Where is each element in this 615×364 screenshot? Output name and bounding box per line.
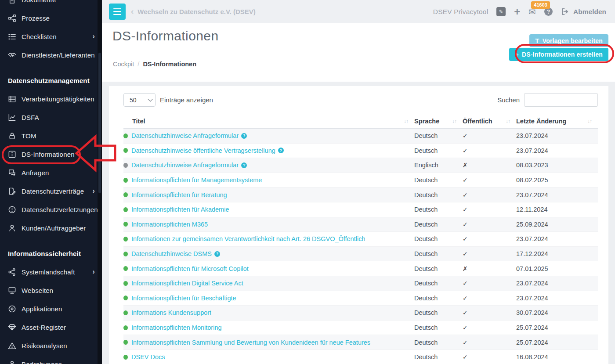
row-title-link[interactable]: Informationspflichten M365 xyxy=(131,221,208,228)
last-modified-cell: 16.08.2024 xyxy=(516,353,598,360)
row-title-link[interactable]: Informationspflichten für Beratung xyxy=(131,191,227,198)
sidebar-item-dsfa[interactable]: DSFA xyxy=(0,108,102,126)
language-cell: Deutsch xyxy=(414,295,463,302)
page-title: DS-Informationen xyxy=(112,29,219,43)
help-icon[interactable]: ? xyxy=(214,251,220,257)
sidebar-scrollbar[interactable] xyxy=(98,0,102,364)
notification-badge: 41603 xyxy=(531,1,550,9)
text-icon: T xyxy=(535,37,539,44)
row-title-link[interactable]: Informations Kundensupport xyxy=(131,309,211,316)
sidebar-item-tom[interactable]: TOM xyxy=(0,126,102,145)
row-title-link[interactable]: Informationspflichten Sammlung und Bewer… xyxy=(131,339,370,346)
status-dot-green xyxy=(123,207,128,212)
topbar-actions: DSEV Privacytool ✎ + ✉ 41603 ? Abmelden xyxy=(433,0,606,23)
create-ds-information-button[interactable]: + DS-Informationen erstellen xyxy=(509,48,608,61)
row-title-link[interactable]: Datenschutzhinweise Anfrageformular xyxy=(131,162,239,169)
last-modified-cell: 08.03.2023 xyxy=(516,162,598,169)
chevron-right-icon: › xyxy=(92,268,95,276)
chevron-right-icon: › xyxy=(92,187,95,195)
public-check-icon: ✓ xyxy=(463,339,516,346)
table-row: Datenschutzhinweise öffentliche Vertrags… xyxy=(123,144,598,159)
column-label: Titel xyxy=(132,118,145,125)
sidebar-item-label: DSFA xyxy=(22,114,39,121)
table-header: Titel↓↑Sprache↓↑Öffentlich↓↑Letzte Änder… xyxy=(123,114,598,129)
row-title-link[interactable]: Informationspflichten für Akademie xyxy=(131,206,229,213)
sidebar-item-label: Checklisten xyxy=(22,33,57,40)
public-cross-icon: ✗ xyxy=(463,162,516,169)
public-check-icon: ✓ xyxy=(463,309,516,316)
sidebar-item-label: Bedrohungen xyxy=(22,360,62,364)
breadcrumb: Cockpit / DS-Informationen xyxy=(113,61,196,68)
breadcrumb-cockpit[interactable]: Cockpit xyxy=(113,61,134,68)
sidebar-item-prozesse[interactable]: Prozesse xyxy=(0,9,102,27)
sidebar-item-systemlandschaft[interactable]: Systemlandschaft› xyxy=(0,263,102,281)
edit-icon[interactable]: ✎ xyxy=(496,7,506,16)
page-length-label: Einträge anzeigen xyxy=(160,96,213,104)
row-title-link[interactable]: Informationspflichten für Beschäftigte xyxy=(131,295,236,302)
row-title-link[interactable]: Datenschutzhinweise Anfrageformular xyxy=(131,132,239,139)
public-check-icon: ✓ xyxy=(463,295,516,302)
status-dot-green xyxy=(123,237,128,241)
sidebar-item-label: Risikoanalysen xyxy=(22,342,67,350)
column-header-sprache[interactable]: Sprache↓↑ xyxy=(414,118,463,125)
row-title-link[interactable]: DSEV Docs xyxy=(131,353,165,360)
sidebar-scrollbar-thumb[interactable] xyxy=(98,53,101,193)
sort-icon: ↓↑ xyxy=(506,118,510,124)
row-title-link[interactable]: Datenschutzhinweise öffentliche Vertrags… xyxy=(131,147,275,154)
column-label: Letzte Änderung xyxy=(516,118,566,125)
sidebar-item-checklisten[interactable]: Checklisten› xyxy=(0,27,102,46)
app-name: DSEV Privacytool xyxy=(433,8,488,16)
status-dot-green xyxy=(123,178,128,183)
logout-button[interactable]: Abmelden xyxy=(561,7,606,16)
sidebar-item-datenschutzverträge[interactable]: Datenschutzverträge› xyxy=(0,182,102,200)
page-length-select[interactable]: 50 xyxy=(123,93,156,107)
plus-icon: + xyxy=(515,51,519,58)
column-label: Öffentlich xyxy=(463,118,492,125)
table-row: Informationspflichten für BeratungDeutsc… xyxy=(123,187,598,202)
table-row: Informationspflichten für BeschäftigteDe… xyxy=(123,291,598,306)
public-check-icon: ✓ xyxy=(463,353,516,360)
language-cell: Deutsch xyxy=(414,206,463,213)
sort-icon: ↓↑ xyxy=(404,118,408,124)
sidebar-item-anfragen[interactable]: Anfragen xyxy=(0,163,102,182)
last-modified-cell: 07.01.2025 xyxy=(516,265,598,272)
public-check-icon: ✓ xyxy=(463,221,516,228)
sidebar-item-bedrohungen[interactable]: Bedrohungen xyxy=(0,355,102,364)
help-icon[interactable]: ? xyxy=(278,148,284,153)
sidebar-item-verarbeitungstätigkeiten[interactable]: Verarbeitungstätigkeiten xyxy=(0,90,102,108)
sidebar-section-datenschutzmanagement: Datenschutzmanagement xyxy=(0,71,102,90)
status-dot-green xyxy=(123,133,128,138)
column-header-titel[interactable]: Titel↓↑ xyxy=(123,118,414,125)
sidebar-item-asset-register[interactable]: Asset-Register xyxy=(0,318,102,336)
row-title-link[interactable]: Informationspflichten für Managementsyst… xyxy=(131,177,262,184)
edit-templates-button[interactable]: T Vorlagen bearbeiten xyxy=(529,34,608,47)
switch-client-label: Wechseln zu Datenschutz e.V. (DSEV) xyxy=(137,8,255,15)
plus-icon[interactable]: + xyxy=(514,7,520,17)
sidebar-item-ds-informationen[interactable]: DS-Informationen xyxy=(0,145,102,163)
sidebar-item-applikationen[interactable]: Applikationen xyxy=(0,299,102,318)
help-icon[interactable]: ? xyxy=(241,162,247,168)
switch-client-link[interactable]: ‹ Wechseln zu Datenschutz e.V. (DSEV) xyxy=(131,0,256,23)
column-header-letzte-änderung[interactable]: Letzte Änderung↓↑ xyxy=(516,118,598,125)
hamburger-menu-button[interactable] xyxy=(109,4,126,20)
row-title-link[interactable]: Informationen zur gemeinsamen Verantwort… xyxy=(131,235,365,242)
row-title-link[interactable]: Datenschutzhinweise DSMS xyxy=(131,250,212,257)
row-title-link[interactable]: Informationspflichten Digital Service Ac… xyxy=(131,280,243,287)
comments-icon xyxy=(8,169,16,177)
messages-button[interactable]: ✉ 41603 xyxy=(528,7,536,17)
sidebar-item-dienstleister-lieferanten[interactable]: Dienstleister/Lieferanten xyxy=(0,46,102,64)
sidebar-item-label: Dienstleister/Lieferanten xyxy=(22,51,95,59)
column-header-öffentlich[interactable]: Öffentlich↓↑ xyxy=(463,118,516,125)
row-title-link[interactable]: Informationspflichten für Microsoft Copi… xyxy=(131,265,249,272)
search-label: Suchen xyxy=(497,96,520,104)
sidebar-item-kunden-auftraggeber[interactable]: Kunden/Auftraggeber xyxy=(0,219,102,237)
row-title-link[interactable]: Informationspflichten Monitoring xyxy=(131,324,222,331)
sidebar-item-datenschutzverletzungen[interactable]: Datenschutzverletzungen xyxy=(0,200,102,219)
search-input[interactable] xyxy=(524,93,598,107)
sidebar-item-webseiten[interactable]: Webseiten xyxy=(0,281,102,299)
sidebar-item-risikoanalysen[interactable]: Risikoanalysen xyxy=(0,336,102,355)
help-icon[interactable]: ? xyxy=(241,133,247,139)
help-icon[interactable]: ? xyxy=(544,7,553,16)
language-cell: Englisch xyxy=(414,162,463,169)
sidebar-item-dokumente[interactable]: Dokumente xyxy=(0,0,102,9)
